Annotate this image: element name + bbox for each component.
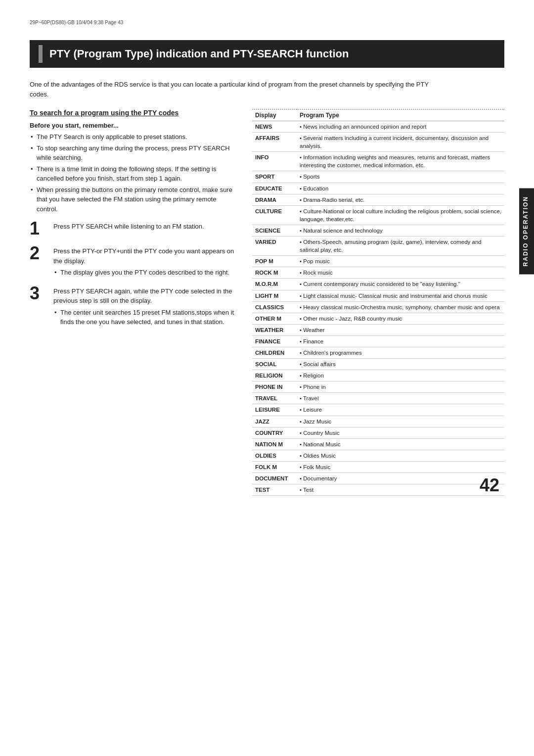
- display-cell: AFFAIRS: [252, 133, 297, 152]
- table-row: NATION M• National Music: [252, 438, 504, 450]
- display-cell: LEISURE: [252, 404, 297, 416]
- step-1-content: Press PTY SEARCH while listening to an F…: [53, 222, 204, 232]
- display-cell: POP M: [252, 256, 297, 267]
- sub-heading: Before you start, remember...: [30, 122, 237, 129]
- type-cell: • Rock music: [297, 267, 504, 279]
- display-cell: NEWS: [252, 121, 297, 133]
- type-cell: • Natural science and technology: [297, 225, 504, 236]
- type-cell: • Children's programmes: [297, 347, 504, 358]
- display-cell: VARIED: [252, 236, 297, 256]
- step-3-text: Press PTY SEARCH again, while the PTY co…: [53, 287, 232, 305]
- type-cell: • Current contemporary music considered …: [297, 279, 504, 290]
- display-cell: NATION M: [252, 438, 297, 450]
- table-row: JAZZ• Jazz Music: [252, 416, 504, 427]
- table-row: EDUCATE• Education: [252, 183, 504, 194]
- table-row: FOLK M• Folk Music: [252, 461, 504, 472]
- col-header-type: Program Type: [297, 109, 504, 121]
- table-row: TRAVEL• Travel: [252, 393, 504, 404]
- table-row: POP M• Pop music: [252, 256, 504, 267]
- display-cell: ROCK M: [252, 267, 297, 279]
- type-cell: • Phone in: [297, 381, 504, 393]
- step-2: 2 Press the PTY-or PTY+until the PTY cod…: [30, 246, 237, 278]
- step-2-bullets: The display gives you the PTY codes desc…: [53, 268, 237, 278]
- left-column: To search for a program using the PTY co…: [30, 109, 237, 496]
- table-row: OLDIES• Oldies Music: [252, 450, 504, 461]
- type-cell: • Drama-Radio serial, etc.: [297, 194, 504, 205]
- type-cell: • Social affairs: [297, 359, 504, 370]
- display-cell: SCIENCE: [252, 225, 297, 236]
- table-row: LEISURE• Leisure: [252, 404, 504, 416]
- step-3-content: Press PTY SEARCH again, while the PTY co…: [53, 286, 237, 327]
- step-2-text: Press the PTY-or PTY+until the PTY code …: [53, 247, 234, 265]
- display-cell: RELIGION: [252, 370, 297, 381]
- type-cell: • Folk Music: [297, 461, 504, 472]
- table-row: COUNTRY• Country Music: [252, 427, 504, 438]
- display-cell: JAZZ: [252, 416, 297, 427]
- display-cell: WEATHER: [252, 324, 297, 335]
- type-cell: • Heavy classical music-Orchestra music,…: [297, 301, 504, 313]
- type-cell: • Test: [297, 484, 504, 496]
- table-row: TEST• Test: [252, 484, 504, 496]
- display-cell: DOCUMENT: [252, 473, 297, 484]
- display-cell: FOLK M: [252, 461, 297, 472]
- type-cell: • Education: [297, 183, 504, 194]
- type-cell: • Jazz Music: [297, 416, 504, 427]
- title-accent: [39, 45, 43, 63]
- step-1-text: Press PTY SEARCH while listening to an F…: [53, 223, 204, 230]
- type-cell: • Weather: [297, 324, 504, 335]
- bullet-2: To stop searching any time during the pr…: [30, 143, 237, 163]
- step-1-number: 1: [30, 220, 48, 237]
- display-cell: CLASSICS: [252, 301, 297, 313]
- type-cell: • Documentary: [297, 473, 504, 484]
- step-2-content: Press the PTY-or PTY+until the PTY code …: [53, 246, 237, 278]
- table-row: OTHER M• Other music - Jazz, R&B country…: [252, 313, 504, 324]
- display-cell: EDUCATE: [252, 183, 297, 194]
- table-row: CHILDREN• Children's programmes: [252, 347, 504, 358]
- table-row: ROCK M• Rock music: [252, 267, 504, 279]
- prereq-list: The PTY Search is only applicable to pre…: [30, 132, 237, 214]
- type-cell: • Oldies Music: [297, 450, 504, 461]
- table-row: PHONE IN• Phone in: [252, 381, 504, 393]
- type-cell: • Others-Speech, amusing program (quiz, …: [297, 236, 504, 256]
- table-row: DOCUMENT• Documentary: [252, 473, 504, 484]
- display-cell: M.O.R.M: [252, 279, 297, 290]
- col-header-display: Display: [252, 109, 297, 121]
- table-row: CLASSICS• Heavy classical music-Orchestr…: [252, 301, 504, 313]
- type-cell: • Finance: [297, 335, 504, 347]
- type-cell: • News including an announced opinion an…: [297, 121, 504, 133]
- right-column: Display Program Type NEWS• News includin…: [252, 109, 504, 496]
- page-title: PTY (Program Type) indication and PTY-SE…: [30, 40, 504, 68]
- display-cell: CULTURE: [252, 205, 297, 225]
- table-row: FINANCE• Finance: [252, 335, 504, 347]
- step-3-number: 3: [30, 284, 48, 302]
- table-row: M.O.R.M• Current contemporary music cons…: [252, 279, 504, 290]
- type-cell: • Other music - Jazz, R&B country music: [297, 313, 504, 324]
- step-3-bullets: The center unit searches 15 preset FM st…: [53, 308, 237, 327]
- page-number: 42: [480, 475, 499, 496]
- step-1: 1 Press PTY SEARCH while listening to an…: [30, 222, 237, 237]
- title-text: PTY (Program Type) indication and PTY-SE…: [49, 47, 349, 60]
- type-cell: • Sports: [297, 171, 504, 183]
- type-cell: • Religion: [297, 370, 504, 381]
- type-cell: • National Music: [297, 438, 504, 450]
- table-row: LIGHT M• Light classical music- Classica…: [252, 290, 504, 301]
- side-tab: RADIO OPERATION: [519, 188, 534, 274]
- type-cell: • Travel: [297, 393, 504, 404]
- display-cell: DRAMA: [252, 194, 297, 205]
- step-2-bullet-1: The display gives you the PTY codes desc…: [53, 268, 237, 278]
- type-cell: • Information including weights and meas…: [297, 152, 504, 171]
- display-cell: SPORT: [252, 171, 297, 183]
- display-cell: OTHER M: [252, 313, 297, 324]
- section-heading: To search for a program using the PTY co…: [30, 109, 237, 117]
- display-cell: OLDIES: [252, 450, 297, 461]
- bullet-3: There is a time limit in doing the follo…: [30, 164, 237, 184]
- display-cell: CHILDREN: [252, 347, 297, 358]
- content-area: To search for a program using the PTY co…: [30, 109, 504, 496]
- display-cell: SOCIAL: [252, 359, 297, 370]
- display-cell: PHONE IN: [252, 381, 297, 393]
- type-cell: • Culture-National or local culture incl…: [297, 205, 504, 225]
- meta-line: 29P~60P(DS80)-GB 10/4/04 9:38 Page 43: [30, 20, 504, 25]
- table-row: VARIED• Others-Speech, amusing program (…: [252, 236, 504, 256]
- display-cell: LIGHT M: [252, 290, 297, 301]
- step-3-bullet-1: The center unit searches 15 preset FM st…: [53, 308, 237, 327]
